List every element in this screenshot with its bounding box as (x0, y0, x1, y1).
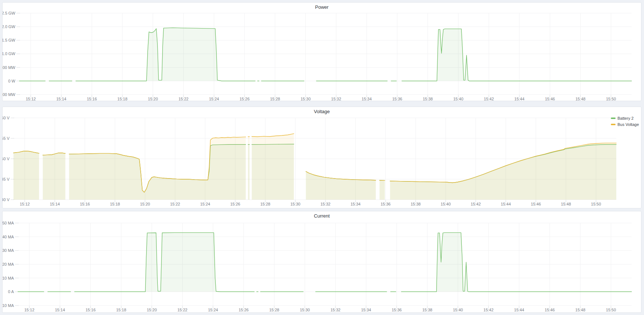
svg-text:15:46: 15:46 (545, 97, 555, 101)
panel-title-current[interactable]: Current (3, 211, 641, 221)
svg-text:15:22: 15:22 (170, 202, 180, 206)
svg-text:-500 MW: -500 MW (3, 92, 16, 97)
legend-label-bus-voltage: Bus Voltage (617, 122, 639, 127)
svg-text:15:12: 15:12 (24, 308, 35, 312)
svg-text:15:28: 15:28 (260, 202, 270, 206)
svg-text:15:38: 15:38 (411, 202, 421, 206)
svg-text:-10 MA: -10 MA (3, 303, 14, 308)
voltage-series-bus-voltage (13, 134, 616, 200)
svg-text:30 MA: 30 MA (3, 248, 14, 253)
legend-item-battery-2[interactable]: Battery 2 (611, 115, 639, 121)
svg-text:15:14: 15:14 (50, 202, 60, 206)
svg-text:15:50: 15:50 (606, 97, 616, 101)
svg-text:15:32: 15:32 (331, 97, 341, 101)
legend-label-battery-2: Battery 2 (617, 116, 633, 120)
svg-text:15:46: 15:46 (531, 202, 541, 206)
svg-text:15:30: 15:30 (300, 308, 310, 312)
svg-text:15:34: 15:34 (362, 97, 372, 101)
svg-text:50 V: 50 V (3, 157, 10, 161)
svg-text:15:26: 15:26 (239, 308, 249, 312)
battery-2-series-swatch (611, 118, 616, 119)
svg-text:15:36: 15:36 (380, 202, 391, 206)
panel-current: Current 15:1215:1415:1615:1815:2015:2215… (2, 211, 641, 313)
voltage-chart-svg: 15:1215:1415:1615:1815:2015:2215:2415:26… (3, 107, 641, 208)
svg-text:15:14: 15:14 (56, 97, 66, 101)
panel-voltage: Voltage 15:1215:1415:1615:1815:2015:2215… (2, 107, 641, 208)
svg-text:15:22: 15:22 (177, 308, 188, 312)
svg-text:15:18: 15:18 (110, 202, 120, 206)
svg-text:20 MA: 20 MA (3, 262, 14, 266)
svg-text:15:46: 15:46 (545, 308, 555, 312)
svg-text:15:18: 15:18 (117, 97, 128, 101)
svg-text:15:18: 15:18 (116, 308, 126, 312)
voltage-plot-area[interactable]: 15:1215:1415:1615:1815:2015:2215:2415:26… (3, 107, 641, 208)
panel-title-voltage[interactable]: Voltage (3, 107, 641, 116)
svg-text:15:38: 15:38 (422, 308, 433, 312)
svg-text:40 MA: 40 MA (3, 235, 14, 239)
svg-text:15:28: 15:28 (270, 97, 280, 101)
svg-text:15:24: 15:24 (208, 308, 218, 312)
svg-text:0 A: 0 A (8, 289, 14, 294)
current-axis-labels: 15:1215:1415:1615:1815:2015:2215:2415:26… (3, 221, 616, 312)
svg-text:15:42: 15:42 (471, 202, 481, 206)
svg-text:15:50: 15:50 (606, 308, 616, 312)
current-grid (15, 223, 632, 308)
panel-title-power[interactable]: Power (3, 3, 641, 12)
svg-text:15:34: 15:34 (351, 202, 361, 206)
grafana-dashboard: Power 15:1215:1415:1615:1815:2015:2215:2… (0, 0, 644, 315)
power-series-power (19, 28, 632, 81)
legend-item-bus-voltage[interactable]: Bus Voltage (611, 121, 639, 127)
svg-text:15:20: 15:20 (147, 308, 157, 312)
svg-text:45 V: 45 V (3, 177, 10, 181)
svg-text:15:36: 15:36 (392, 308, 402, 312)
svg-text:15:32: 15:32 (331, 308, 341, 312)
svg-text:15:48: 15:48 (575, 308, 586, 312)
svg-text:50 MA: 50 MA (3, 221, 14, 225)
svg-text:1.0 GW: 1.0 GW (3, 51, 16, 56)
svg-text:15:26: 15:26 (230, 202, 241, 206)
panel-power: Power 15:1215:1415:1615:1815:2015:2215:2… (2, 2, 641, 101)
current-plot-area[interactable]: 15:1215:1415:1615:1815:2015:2215:2415:26… (3, 211, 641, 312)
svg-text:15:28: 15:28 (269, 308, 280, 312)
svg-text:15:20: 15:20 (148, 97, 158, 101)
svg-text:40 V: 40 V (3, 197, 10, 202)
voltage-legend: Battery 2 Bus Voltage (611, 115, 639, 127)
svg-text:15:30: 15:30 (290, 202, 301, 206)
svg-text:15:16: 15:16 (87, 97, 97, 101)
svg-text:15:40: 15:40 (453, 308, 463, 312)
svg-text:0 W: 0 W (8, 79, 15, 83)
power-axis-labels: 15:1215:1415:1615:1815:2015:2215:2415:26… (3, 11, 616, 101)
svg-text:15:42: 15:42 (484, 97, 494, 101)
svg-text:15:42: 15:42 (484, 308, 494, 312)
current-series-current (18, 233, 632, 292)
svg-text:15:38: 15:38 (423, 97, 433, 101)
power-plot-area[interactable]: 15:1215:1415:1615:1815:2015:2215:2415:26… (3, 3, 641, 101)
svg-text:15:26: 15:26 (239, 97, 250, 101)
svg-text:15:44: 15:44 (514, 97, 524, 101)
svg-text:15:30: 15:30 (301, 97, 311, 101)
svg-text:500 MW: 500 MW (3, 65, 16, 70)
svg-text:1.5 GW: 1.5 GW (3, 38, 16, 42)
svg-text:15:14: 15:14 (55, 308, 65, 312)
svg-text:15:44: 15:44 (501, 202, 511, 206)
svg-text:15:22: 15:22 (179, 97, 189, 101)
svg-text:15:44: 15:44 (514, 308, 524, 312)
svg-text:15:48: 15:48 (575, 97, 586, 101)
power-chart-svg: 15:1215:1415:1615:1815:2015:2215:2415:26… (3, 3, 641, 101)
svg-text:15:36: 15:36 (392, 97, 402, 101)
svg-text:2.0 GW: 2.0 GW (3, 24, 16, 29)
svg-text:55 V: 55 V (3, 136, 10, 141)
svg-text:15:20: 15:20 (140, 202, 150, 206)
current-chart-svg: 15:1215:1415:1615:1815:2015:2215:2415:26… (3, 211, 641, 312)
svg-text:15:48: 15:48 (561, 202, 571, 206)
svg-text:15:16: 15:16 (86, 308, 96, 312)
svg-text:15:24: 15:24 (209, 97, 219, 101)
svg-text:10 MA: 10 MA (3, 276, 14, 280)
bus-voltage-series-swatch (611, 124, 616, 125)
svg-text:15:40: 15:40 (453, 97, 464, 101)
svg-text:15:50: 15:50 (591, 202, 601, 206)
svg-text:15:12: 15:12 (26, 97, 36, 101)
svg-text:15:40: 15:40 (441, 202, 451, 206)
svg-text:15:24: 15:24 (200, 202, 210, 206)
power-grid (16, 13, 632, 97)
